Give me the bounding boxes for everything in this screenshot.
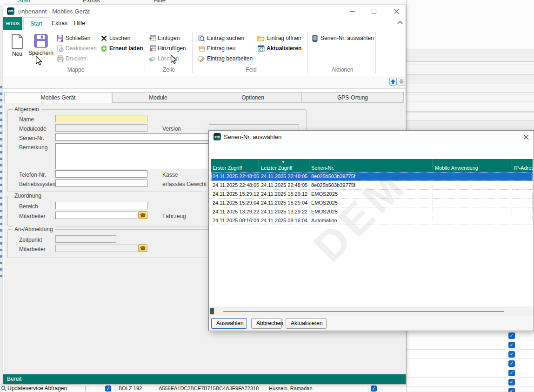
telefon-nr-field[interactable] <box>55 170 147 178</box>
form-tab-optionen[interactable]: Optionen <box>204 92 302 103</box>
deactivate-button[interactable]: Deaktivieren <box>56 44 97 53</box>
table-row[interactable]: 24.11.2025 22:48:05 24.11.2025 22:48:05 … <box>211 181 533 190</box>
tab-hilfe[interactable]: Hilfe <box>70 17 89 30</box>
delete-record-button[interactable]: Löschen <box>100 34 130 42</box>
label-kasse: Kasse <box>162 172 178 178</box>
column-line <box>155 385 155 392</box>
close-record-button[interactable]: x Schließen <box>56 34 90 42</box>
app-logo-icon: em <box>7 7 14 15</box>
table-row-selected[interactable]: 24.11.2025 22:48:05 24.11.2025 22:48:05 … <box>211 172 533 181</box>
label-bereich: Bereich <box>19 203 38 210</box>
mobile-device-icon <box>311 34 319 42</box>
form-tab-mobiles-geraet[interactable]: Mobiles Gerät <box>4 92 112 103</box>
betriebssystem-field[interactable] <box>55 179 147 187</box>
ribbon-tab-row: emos Start Extras Hilfe <box>3 17 406 30</box>
open-entry-button[interactable]: Eintrag öffnen <box>257 34 301 42</box>
refresh-entry-button[interactable]: Aktualisieren <box>257 44 301 53</box>
checkbox-checked[interactable]: ✓ <box>105 385 111 392</box>
anab-mitarbeiter-field <box>55 245 137 252</box>
checkbox-checked[interactable]: ✓ <box>371 385 377 392</box>
title-bar: em unbenannt - Mobiles Gerät <box>3 5 406 17</box>
legend-an-abmeldung: An-/Abmeldung <box>13 226 55 233</box>
form-tab-bar: Mobiles Gerät Module Optionen GPS-Ortung <box>4 92 405 103</box>
maximize-button[interactable] <box>367 5 381 17</box>
table-row[interactable]: 24.11.2025 15:29:12 24.11.2025 15:29:12 … <box>211 190 533 199</box>
bg-tab-hilfe[interactable]: Hilfe <box>154 0 166 4</box>
refresh-button[interactable]: Aktualisieren <box>286 318 327 329</box>
table-row[interactable]: 24.11.2025 13:29:22 24.11.2025 13:29:22 … <box>211 207 533 216</box>
reload-button[interactable]: Erneut laden <box>100 44 143 53</box>
grip-line <box>89 385 89 392</box>
form-tab-gps-ortung[interactable]: GPS-Ortung <box>301 92 404 103</box>
device-name-cell: BOLZ 192 <box>119 385 142 391</box>
tab-start[interactable]: Start <box>23 17 49 30</box>
svg-text:x: x <box>60 38 63 42</box>
column-line <box>262 385 262 392</box>
move-down-button[interactable] <box>398 78 405 86</box>
name-field[interactable] <box>55 115 147 122</box>
col-serien-nr[interactable]: Serien-Nr. <box>309 159 433 172</box>
select-button[interactable]: Auswählen <box>211 318 247 329</box>
checkbox-checked[interactable]: ✓ <box>508 379 515 385</box>
col-erster-zugriff[interactable]: Erster Zugriff <box>211 159 259 172</box>
bg-panel <box>407 0 534 49</box>
table-row[interactable]: 24.11.2025 08:16:04 24.11.2025 08:16:04 … <box>211 216 533 225</box>
checkbox-checked[interactable]: ✓ <box>508 342 515 348</box>
search-entry-icon <box>198 34 205 42</box>
edit-entry-button[interactable]: Eintrag bearbeiten <box>198 54 253 63</box>
record-nav-strip <box>3 76 406 89</box>
checkbox-checked[interactable]: ✓ <box>508 351 515 358</box>
checkbox-checked[interactable]: ✓ <box>508 332 515 339</box>
mitarbeiter-field[interactable] <box>55 212 137 219</box>
checkbox-checked[interactable]: ✓ <box>508 370 515 376</box>
save-close-icon: x <box>56 34 64 42</box>
background-bottom-row: Updateservice Abfragen ✓ BOLZ 192 A556EA… <box>0 384 406 392</box>
cancel-button[interactable]: Abbrechen <box>251 318 282 329</box>
bg-tab-extras[interactable]: Extras <box>83 0 100 4</box>
select-serial-button[interactable]: Serien-Nr. auswählen <box>311 34 374 42</box>
label-fahrzeug: Fahrzeug <box>162 213 186 219</box>
close-button[interactable] <box>389 5 403 17</box>
updateservice-icon <box>1 385 7 391</box>
checkbox-checked[interactable]: ✓ <box>508 360 515 367</box>
status-text: Bereit <box>7 376 21 382</box>
updateservice-label[interactable]: Updateservice Abfragen <box>7 385 67 392</box>
print-button[interactable]: Drucken <box>56 54 87 63</box>
minimize-button[interactable] <box>345 5 359 17</box>
add-row-button[interactable]: Hinzufügen <box>148 44 186 53</box>
bg-tab-start[interactable]: Start <box>18 0 30 4</box>
col-ip-adresse[interactable]: IP-Adresse <box>512 159 533 172</box>
serial-table: DEMO Erster Zugriff Letzter Zugriff Seri… <box>211 159 533 306</box>
new-button[interactable]: Neu <box>8 31 27 65</box>
table-row[interactable]: 24.11.2025 15:29:04 24.11.2025 15:29:04 … <box>211 199 533 207</box>
col-mobile-anwendung[interactable]: Mobile Anwendung <box>433 159 512 172</box>
move-up-button[interactable] <box>389 78 397 86</box>
table-header: Erster Zugriff Letzter Zugriff Serien-Nr… <box>211 159 533 172</box>
window-title: unbenannt - Mobiles Gerät <box>18 8 90 15</box>
anab-mitarbeiter-lookup-icon[interactable]: ☎ <box>138 244 147 252</box>
label-serien-nr: Serien-Nr. <box>19 135 44 141</box>
checkbox-checked[interactable]: ✓ <box>508 388 515 392</box>
bg-band <box>407 49 534 62</box>
save-floppy-icon <box>34 34 48 48</box>
collapse-ribbon-icon[interactable] <box>397 21 403 24</box>
dialog-title: Serien-Nr. auswählen <box>224 133 281 140</box>
dialog-close-icon[interactable] <box>521 133 532 141</box>
form-tab-module[interactable]: Module <box>112 92 204 103</box>
insert-row-button[interactable]: Einfügen <box>148 34 180 42</box>
tab-extras[interactable]: Extras <box>49 17 70 30</box>
scrollbar-thumb[interactable] <box>210 308 214 314</box>
serial-select-dialog: em Serien-Nr. auswählen DEMO Erster Zugr… <box>208 130 534 331</box>
label-telefon-nr: Telefon-Nr. <box>19 172 46 178</box>
mitarbeiter-lookup-icon[interactable]: ☎ <box>138 211 147 219</box>
dialog-title-bar: em Serien-Nr. auswählen <box>209 131 534 143</box>
bereich-field[interactable] <box>55 202 147 209</box>
horizontal-scrollbar[interactable] <box>209 306 534 316</box>
tab-emos[interactable]: emos <box>3 17 22 30</box>
scrollbar-track[interactable] <box>223 311 504 312</box>
status-bar: Bereit <box>3 374 406 384</box>
new-entry-button[interactable]: ✶ Eintrag neu <box>198 44 235 53</box>
search-entry-button[interactable]: Eintrag suchen <box>198 34 244 42</box>
group-label-aktionen: Aktionen <box>309 66 375 73</box>
label-name: Name <box>19 116 34 123</box>
